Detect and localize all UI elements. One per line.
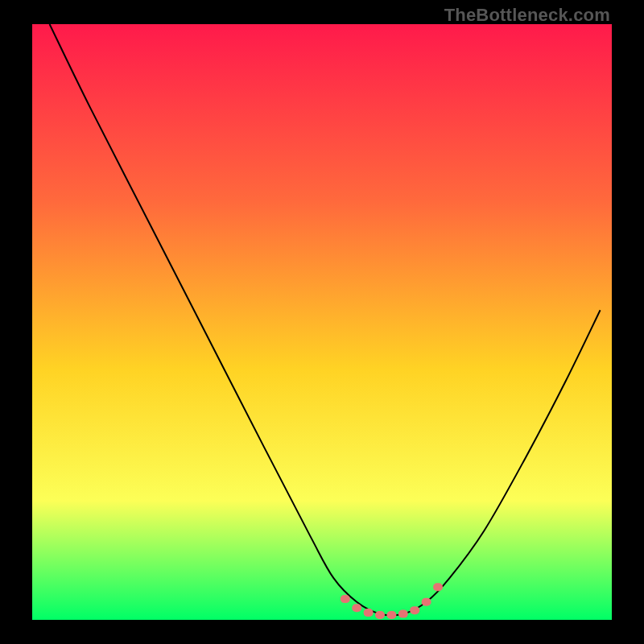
chart-gradient-background [32, 24, 612, 620]
optimal-marker [386, 611, 396, 619]
watermark-text: TheBottleneck.com [444, 5, 610, 26]
chart-svg [32, 24, 612, 620]
optimal-marker [398, 610, 408, 618]
optimal-marker [375, 611, 385, 619]
chart-plot-area [32, 24, 612, 620]
optimal-marker [410, 606, 419, 614]
optimal-marker [422, 598, 431, 606]
optimal-marker [352, 604, 361, 612]
optimal-marker [364, 609, 374, 617]
optimal-marker [433, 583, 443, 591]
optimal-marker [341, 595, 350, 603]
